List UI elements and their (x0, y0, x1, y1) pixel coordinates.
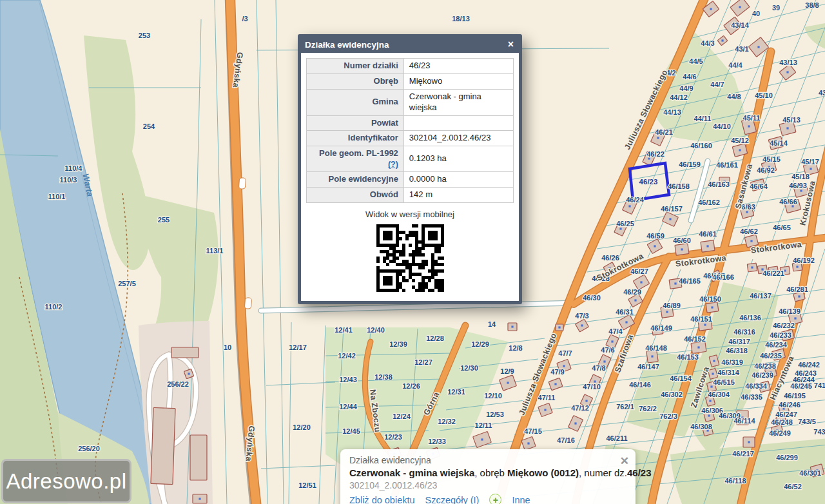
other-link[interactable]: Inne (512, 495, 530, 504)
parcel-number-label[interactable]: 46/238 (754, 362, 776, 370)
parcel-number-label[interactable]: 46/29 (623, 288, 641, 296)
parcel-number-label[interactable]: 46/137 (750, 292, 772, 300)
parcel-number-label[interactable]: 46/308 (690, 423, 712, 431)
parcel-number-label[interactable]: 12/33 (428, 438, 446, 445)
parcel-number-label[interactable]: 38/8 (805, 1, 819, 9)
parcel-number-label[interactable]: 46/242 (798, 361, 820, 369)
parcel-number-label[interactable]: 47/8 (592, 364, 605, 372)
parcel-number-label[interactable]: 46/281 (786, 286, 808, 293)
parcel-number-label[interactable]: 110/3 (60, 176, 77, 184)
parcel-number-label[interactable]: 46/148 (645, 344, 667, 352)
parcel-number-label[interactable]: 46/304 (708, 391, 730, 398)
parcel-number-label[interactable]: 44/7 (710, 81, 724, 88)
parcel-number-label[interactable]: 762/2 (639, 405, 657, 412)
parcel-number-label[interactable]: 12/28 (426, 334, 444, 342)
parcel-number-label[interactable]: 18/13 (452, 15, 470, 23)
parcel-number-label[interactable]: 46/515 (713, 378, 735, 386)
help-link[interactable]: (?) (312, 159, 398, 170)
parcel-number-label[interactable]: 44/10 (713, 122, 731, 130)
parcel-number-label[interactable]: 44/6 (683, 73, 696, 81)
parcel-number-label[interactable]: 110/4 (65, 164, 83, 172)
parcel-number-label[interactable]: 46/25 (616, 220, 634, 228)
parcel-number-label[interactable]: 46/153 (677, 353, 699, 361)
parcel-number-label[interactable]: 44/12 (670, 93, 688, 101)
parcel-number-label[interactable]: 46/318 (726, 347, 748, 354)
parcel-number-label[interactable]: 47/4 (608, 327, 623, 335)
parcel-number-label[interactable]: 46/161 (716, 161, 738, 169)
parcel-number-label[interactable]: 12/39 (389, 340, 407, 348)
parcel-number-label[interactable]: 44/13 (663, 108, 681, 116)
parcel-number-label[interactable]: 46/232 (773, 322, 795, 329)
parcel-number-label[interactable]: 110/1 (48, 193, 66, 200)
parcel-number-label[interactable]: 12/20 (293, 423, 311, 431)
parcel-number-label[interactable]: 46/151 (690, 315, 712, 323)
parcel-number-label[interactable]: 12/53 (486, 411, 504, 418)
parcel-number-label[interactable]: 46/22 (646, 150, 665, 158)
parcel-number-label[interactable]: 45/14 (770, 139, 788, 147)
parcel-number-label[interactable]: 40 (752, 10, 760, 17)
parcel-number-label[interactable]: 46/89 (663, 302, 681, 309)
parcel-number-label[interactable]: 46/160 (690, 142, 712, 150)
parcel-number-label[interactable]: 46/26 (601, 254, 619, 262)
parcel-number-label[interactable]: 46/248 (771, 418, 793, 426)
parcel-number-label[interactable]: 46/301 (799, 469, 821, 477)
parcel-number-label[interactable]: 46/217 (732, 450, 754, 458)
parcel-number-label[interactable]: 12/9 (500, 367, 514, 375)
parcel-number-label[interactable]: 46/314 (717, 369, 740, 376)
parcel-number-label[interactable]: 12/44 (339, 403, 357, 411)
parcel-number-label[interactable]: 12/17 (289, 344, 307, 351)
parcel-number-label[interactable]: 14 (488, 320, 496, 328)
parcel-number-label[interactable]: 46/52 (784, 483, 802, 490)
parcel-number-label[interactable]: 254 (143, 122, 155, 130)
details-link[interactable]: Szczegóły (I) (425, 495, 480, 504)
parcel-number-label[interactable]: 46/233 (770, 331, 791, 339)
parcel-number-label[interactable]: 110/2 (45, 303, 63, 311)
parcel-number-label[interactable]: 12/43 (339, 376, 357, 383)
parcel-number-label[interactable]: 44/4 (728, 61, 742, 69)
parcel-number-label[interactable]: 46/31 (616, 308, 634, 316)
parcel-number-label[interactable]: 43/13 (779, 59, 797, 66)
parcel-number-label[interactable]: 46/93 (789, 182, 807, 189)
parcel-number-label[interactable]: 44/5 (689, 57, 703, 65)
parcel-number-label[interactable]: 46/65 (773, 224, 791, 231)
parcel-number-label[interactable]: 45/18 (791, 173, 810, 180)
parcel-number-label[interactable]: 46/149 (650, 324, 672, 332)
parcel-number-label[interactable]: 46/136 (739, 314, 761, 322)
parcel-number-label[interactable]: 253 (139, 32, 150, 39)
parcel-number-label[interactable]: 46/211 (606, 434, 627, 442)
parcel-number-label[interactable]: 45/11 (743, 114, 761, 122)
parcel-number-label[interactable]: 45/10 (755, 92, 773, 99)
parcel-number-label[interactable]: 762/1 (616, 403, 634, 411)
parcel-number-label[interactable]: 743/5 (798, 418, 816, 425)
parcel-number-label[interactable]: 46/247 (775, 411, 797, 418)
parcel-number-label[interactable]: 44/3 (701, 39, 714, 47)
parcel-number-label[interactable]: 47/11 (538, 394, 556, 402)
parcel-number-label[interactable]: 257/5 (118, 280, 136, 287)
parcel-number-label[interactable]: 46/157 (661, 205, 683, 213)
parcel-number-label[interactable]: 44/8 (727, 93, 741, 101)
parcel-number-label[interactable]: 46/60 (673, 237, 691, 244)
parcel-number-label[interactable]: 47/9 (550, 368, 564, 376)
parcel-number-label[interactable]: 46/249 (769, 429, 791, 437)
parcel-number-label[interactable]: 46/139 (779, 307, 801, 315)
parcel-number-label[interactable]: 46/235 (760, 352, 782, 360)
close-icon[interactable]: ✕ (620, 454, 629, 468)
parcel-number-label[interactable]: 46/239 (752, 371, 773, 379)
parcel-number-label[interactable]: 46/24 (626, 196, 644, 204)
parcel-number-label[interactable]: /3 (242, 15, 248, 23)
parcel-number-label[interactable]: 741 (814, 382, 825, 389)
parcel-number-label[interactable]: 256/20 (78, 445, 100, 452)
parcel-number-label[interactable]: 46/152 (684, 335, 706, 343)
parcel-number-label[interactable]: 12/10 (484, 392, 502, 400)
plus-icon[interactable]: + (489, 494, 501, 504)
parcel-number-label[interactable]: 46/150 (699, 295, 721, 303)
parcel-number-label[interactable]: 39 (772, 4, 780, 12)
parcel-number-label[interactable]: 10 (224, 344, 231, 351)
parcel-number-label[interactable]: 12/23 (384, 433, 402, 441)
parcel-number-label[interactable]: 12/38 (374, 373, 393, 381)
parcel-number-label[interactable]: 46/316 (733, 328, 755, 336)
parcel-number-label[interactable]: 46/30 (583, 294, 601, 302)
parcel-number-label[interactable]: 12/31 (447, 388, 465, 396)
parcel-number-label[interactable]: 12/29 (471, 340, 489, 348)
parcel-number-label[interactable]: 46/162 (698, 199, 720, 206)
